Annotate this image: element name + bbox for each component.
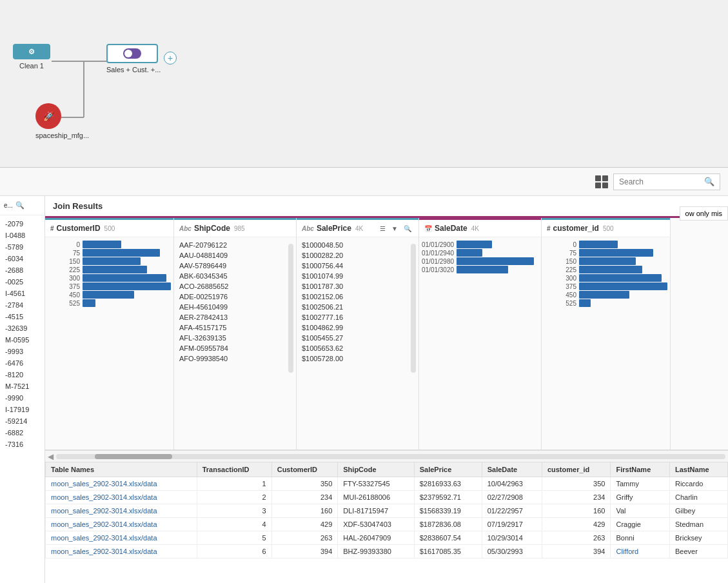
col-list-item: AFM-05955784 [174,343,296,353]
table-header-lastname[interactable]: LastName [669,462,727,477]
toolbar: 🔍 [0,168,728,196]
table-cell: 5 [197,531,271,545]
node-sales-cust[interactable]: Sales + Cust. +... [106,44,161,74]
sidebar-item[interactable]: M-7521 [0,380,44,392]
bar-label: 450 [544,292,576,299]
grid-view-icon[interactable] [595,175,608,188]
col-list-saleprice: $1000048.50$1000282.20$1000756.44$100107… [297,237,418,450]
table-cell: 350 [542,477,611,491]
sidebar-item[interactable]: -5789 [0,241,44,253]
col-header-shipcode: AbcShipCode985 [174,220,296,237]
table-header-customer_id[interactable]: customer_id [542,462,611,477]
table-cell: Beever [669,545,727,558]
sidebar-item[interactable]: -4515 [0,311,44,322]
sidebar-item[interactable]: -59214 [0,415,44,427]
col-type-icon-saleprice: Abc [302,225,314,232]
sidebar-item[interactable]: -2784 [0,299,44,311]
table-cell: 4 [197,518,271,531]
table-header-firstname[interactable]: FirstName [611,462,670,477]
bar-row: 01/01/2940 [422,249,538,257]
sidebar-item[interactable]: -2688 [0,264,44,276]
bar-row: 01/01/3020 [422,266,538,273]
sidebar-item[interactable]: -0025 [0,276,44,288]
scroll-indicator-saleprice[interactable] [411,244,416,373]
table-header-saledate[interactable]: SaleDate [482,462,542,477]
search-input[interactable] [619,177,704,186]
col-list-item: AFA-45157175 [174,322,296,333]
bar-row: 01/01/2980 [422,257,538,265]
search-box[interactable]: 🔍 [613,173,720,190]
col-chart-saledate: 01/01/290001/01/294001/01/298001/01/3020 [419,237,541,450]
horizontal-scrollbar[interactable]: ◀ [45,450,728,462]
table-cell[interactable]: moon_sales_2902-3014.xlsx/data [46,531,197,545]
table-header-tablenames[interactable]: Table Names [46,462,197,477]
col-list-item: $1005728.00 [297,353,418,364]
table-cell[interactable]: moon_sales_2902-3014.xlsx/data [46,545,197,558]
col-list-item: $1000282.20 [297,250,418,261]
col-name-customerid: CustomerID [57,224,101,233]
table-cell: $2816933.63 [414,477,482,491]
sidebar-item[interactable]: -9990 [0,392,44,404]
sidebar-item[interactable]: M-0595 [0,334,44,346]
sidebar-item[interactable]: -7316 [0,439,44,450]
bar-row: 525 [48,299,171,307]
table-cell: MUI-26188006 [338,491,414,504]
table-row: moon_sales_2902-3014.xlsx/data5263HAL-26… [46,531,728,545]
sidebar-item[interactable]: -9993 [0,346,44,357]
scroll-track[interactable] [56,454,725,459]
table-header-shipcode[interactable]: ShipCode [338,462,414,477]
table-cell: $1617085.35 [414,545,482,558]
table-header-saleprice[interactable]: SalePrice [414,462,482,477]
table-cell: HAL-26047909 [338,531,414,545]
sidebar-item[interactable]: -8120 [0,369,44,380]
sidebar-item[interactable]: I-0488 [0,230,44,241]
table-row: moon_sales_2902-3014.xlsx/data6394BHZ-99… [46,545,728,558]
table-row: moon_sales_2902-3014.xlsx/data4429XDF-53… [46,518,728,531]
table-cell[interactable]: moon_sales_2902-3014.xlsx/data [46,491,197,504]
table-cell: $2379592.71 [414,491,482,504]
bar-fill [579,257,636,265]
col-list-item: $1000756.44 [297,261,418,271]
table-header-transactionid[interactable]: TransactionID [197,462,271,477]
left-sidebar: e... 🔍 -2079I-0488-5789-6034-2688-0025I-… [0,196,45,583]
bar-fill [83,249,160,257]
bar-label: 450 [48,292,80,299]
col-list-item: $1005653.62 [297,343,418,353]
bar-fill [83,274,166,282]
add-node-button[interactable]: + [164,52,177,64]
col-name-customer_id2: customer_id [553,224,599,233]
bar-row: 225 [544,266,667,273]
table-cell[interactable]: moon_sales_2902-3014.xlsx/data [46,477,197,491]
col-search-btn-saleprice[interactable]: 🔍 [402,224,413,233]
show-only-mis[interactable]: ow only mis [680,206,728,221]
bar-label: 225 [544,266,576,273]
sidebar-item[interactable]: -32639 [0,322,44,334]
table-cell: Gilbey [669,504,727,518]
table-cell[interactable]: moon_sales_2902-3014.xlsx/data [46,518,197,531]
scroll-left-arrow[interactable]: ◀ [48,452,54,461]
sidebar-item[interactable]: I-17919 [0,404,44,415]
table-cell: Griffy [611,491,670,504]
col-filter-btn-saleprice[interactable]: ☰ [378,224,388,233]
data-table-wrap[interactable]: Table NamesTransactionIDCustomerIDShipCo… [45,462,728,583]
bar-label: 375 [48,283,80,290]
bar-row: 450 [544,291,667,299]
node-spaceship[interactable]: 🚀 spaceship_mfg... [35,103,89,139]
node-sales-label: Sales + Cust. +... [106,66,161,74]
col-sort-btn-saleprice[interactable]: ▼ [389,224,400,233]
scroll-indicator-shipcode[interactable] [288,244,293,373]
table-header-customerid[interactable]: CustomerID [271,462,338,477]
bar-fill [579,241,618,248]
table-row: moon_sales_2902-3014.xlsx/data3160DLI-81… [46,504,728,518]
sidebar-search-icon[interactable]: 🔍 [15,201,25,210]
sidebar-item[interactable]: -6034 [0,253,44,264]
scroll-thumb[interactable] [95,454,172,459]
sidebar-item[interactable]: -6882 [0,427,44,439]
sidebar-item[interactable]: I-4561 [0,288,44,299]
sidebar-item[interactable]: -6476 [0,357,44,369]
table-cell[interactable]: moon_sales_2902-3014.xlsx/data [46,504,197,518]
bar-row: 75 [48,249,171,257]
col-list-item: $1001787.30 [297,281,418,292]
node-clean1[interactable]: ⚙ Clean 1 [13,44,50,70]
sidebar-item[interactable]: -2079 [0,218,44,230]
